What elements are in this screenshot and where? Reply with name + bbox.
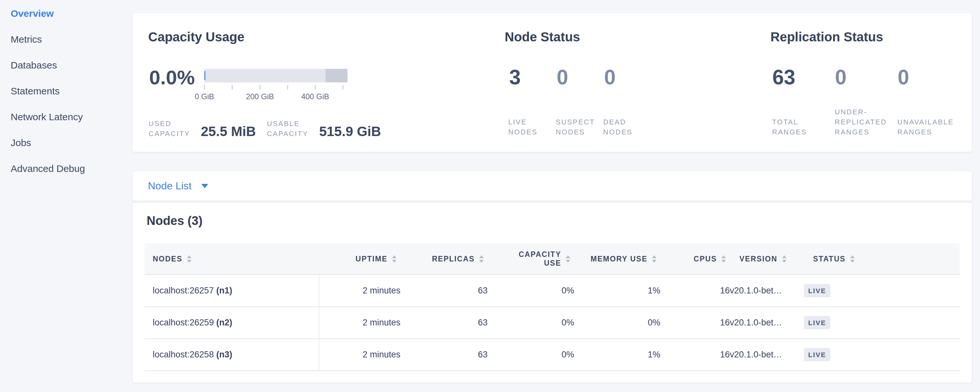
version-cell: v20.1.0-bet… — [730, 307, 804, 339]
node-status-title: Node Status — [505, 30, 580, 44]
axis-label-200gib: 200 GiB — [246, 92, 274, 101]
suspect-nodes-label: SUSPECT NODES — [556, 117, 603, 137]
node-name-cell[interactable]: localhost:26258 (n3) — [145, 339, 319, 371]
sidebar-item-statements[interactable]: Statements — [0, 78, 132, 104]
column-header-memory-use[interactable]: MEMORY USE — [574, 243, 660, 275]
used-capacity-value: 25.5 MiB — [201, 124, 256, 139]
sidebar-item-databases[interactable]: Databases — [0, 53, 132, 78]
replicas-cell: 63 — [400, 275, 488, 307]
nodes-table: NODES UPTIME REPLICAS CAPACITY USE MEMOR — [145, 243, 960, 371]
table-header-row: NODES UPTIME REPLICAS CAPACITY USE MEMOR — [145, 243, 960, 275]
under-replicated-ranges-count: 0 — [835, 65, 898, 89]
node-list-dropdown-label: Node List — [148, 180, 191, 192]
suspect-nodes-count: 0 — [557, 65, 604, 89]
capacity-bar-other-segment — [326, 69, 347, 83]
status-badge: LIVE — [804, 284, 830, 297]
sort-icon — [479, 255, 484, 263]
nodes-section-title: Nodes (3) — [146, 214, 202, 228]
dead-nodes-label: DEAD NODES — [603, 117, 651, 137]
column-header-replicas[interactable]: REPLICAS — [400, 243, 488, 275]
chevron-down-icon — [201, 184, 208, 188]
total-ranges-label: TOTAL RANGES — [772, 117, 835, 137]
capacity-usage-title: Capacity Usage — [148, 30, 245, 44]
status-badge: LIVE — [804, 348, 830, 361]
column-header-capacity-use[interactable]: CAPACITY USE — [488, 243, 574, 275]
sidebar: Overview Metrics Databases Statements Ne… — [0, 1, 132, 182]
version-cell: v20.1.0-bet… — [730, 339, 804, 371]
memory-use-cell: 1% — [574, 275, 660, 307]
sort-icon — [850, 255, 855, 263]
capacity-stats: USED CAPACITY 25.5 MiB USABLE CAPACITY 5… — [148, 119, 392, 139]
usable-capacity-value: 515.9 GiB — [319, 124, 381, 139]
sidebar-item-metrics[interactable]: Metrics — [0, 27, 132, 53]
capacity-use-cell: 0% — [488, 339, 574, 371]
cluster-overview-page: Overview Metrics Databases Statements Ne… — [0, 0, 980, 392]
capacity-usage-section: Capacity Usage 0.0% 0 GiB 200 GiB 400 Gi… — [148, 13, 471, 152]
cluster-summary-card: Capacity Usage 0.0% 0 GiB 200 GiB 400 Gi… — [132, 13, 972, 152]
cpus-cell: 16 — [660, 307, 730, 339]
cpus-cell: 16 — [660, 339, 730, 371]
uptime-cell: 2 minutes — [319, 339, 400, 371]
node-id: (n3) — [216, 350, 232, 359]
view-selector-card: Node List — [132, 171, 972, 201]
sidebar-item-network-latency[interactable]: Network Latency — [0, 104, 132, 130]
capacity-use-cell: 0% — [488, 275, 574, 307]
live-nodes-label: LIVE NODES — [508, 117, 556, 137]
node-name-cell[interactable]: localhost:26257 (n1) — [145, 275, 319, 307]
table-row: localhost:26258 (n3) 2 minutes 63 0% 1% … — [145, 339, 960, 371]
status-cell: LIVE — [804, 275, 960, 307]
axis-label-400gib: 400 GiB — [301, 92, 329, 101]
sort-icon — [392, 255, 396, 263]
column-header-nodes[interactable]: NODES — [145, 243, 319, 275]
capacity-bar-chart: 0 GiB 200 GiB 400 GiB — [204, 69, 347, 83]
sidebar-item-advanced-debug[interactable]: Advanced Debug — [0, 156, 132, 182]
uptime-cell: 2 minutes — [319, 275, 400, 307]
axis-tick — [204, 85, 205, 89]
under-replicated-ranges-label: UNDER-REPLICATED RANGES — [835, 107, 897, 137]
usable-capacity-label: USABLE CAPACITY — [267, 119, 312, 139]
sort-icon — [782, 255, 787, 263]
uptime-cell: 2 minutes — [319, 307, 400, 339]
capacity-bar-used-marker — [204, 71, 205, 80]
status-badge: LIVE — [804, 316, 830, 329]
replication-status-title: Replication Status — [770, 30, 883, 44]
node-name-cell[interactable]: localhost:26259 (n2) — [145, 307, 319, 339]
sort-icon — [652, 255, 657, 263]
used-capacity-label: USED CAPACITY — [148, 119, 194, 139]
node-status-values: 3 0 0 — [509, 65, 652, 89]
capacity-bar — [204, 69, 347, 83]
capacity-use-cell: 0% — [488, 307, 574, 339]
nodes-card: Nodes (3) NODES UPTIME — [132, 202, 972, 383]
axis-tick — [315, 85, 315, 89]
version-cell: v20.1.0-bet… — [730, 275, 804, 307]
memory-use-cell: 1% — [574, 339, 660, 371]
axis-tick — [343, 85, 343, 89]
column-header-cpus[interactable]: CPUS — [660, 243, 730, 275]
live-nodes-count: 3 — [509, 65, 557, 89]
status-cell: LIVE — [804, 307, 960, 339]
axis-label-0gib: 0 GiB — [195, 92, 214, 101]
unavailable-ranges-count: 0 — [898, 65, 960, 89]
sort-icon — [566, 255, 570, 263]
sort-icon — [187, 255, 191, 263]
total-ranges-count: 63 — [772, 65, 835, 89]
dead-nodes-count: 0 — [604, 65, 652, 89]
node-status-labels: LIVE NODES SUSPECT NODES DEAD NODES — [508, 117, 651, 137]
replicas-cell: 63 — [400, 307, 488, 339]
column-header-version[interactable]: VERSION — [730, 243, 804, 275]
unavailable-ranges-label: UNAVAILABLE RANGES — [897, 117, 960, 137]
capacity-used-percent: 0.0% — [149, 66, 195, 89]
sidebar-item-overview[interactable]: Overview — [0, 1, 132, 27]
column-header-status[interactable]: STATUS — [804, 243, 960, 275]
axis-tick — [232, 85, 232, 89]
sidebar-item-jobs[interactable]: Jobs — [0, 130, 132, 156]
node-id: (n1) — [216, 286, 232, 295]
node-list-dropdown[interactable]: Node List — [148, 180, 208, 192]
node-status-section: Node Status 3 0 0 LIVE NODES SUSPECT NOD… — [505, 13, 731, 152]
axis-tick — [259, 85, 260, 89]
replication-status-labels: TOTAL RANGES UNDER-REPLICATED RANGES UNA… — [772, 107, 960, 137]
column-header-uptime[interactable]: UPTIME — [319, 243, 400, 275]
sort-icon — [721, 255, 726, 263]
replication-status-values: 63 0 0 — [772, 65, 960, 89]
cpus-cell: 16 — [660, 275, 730, 307]
